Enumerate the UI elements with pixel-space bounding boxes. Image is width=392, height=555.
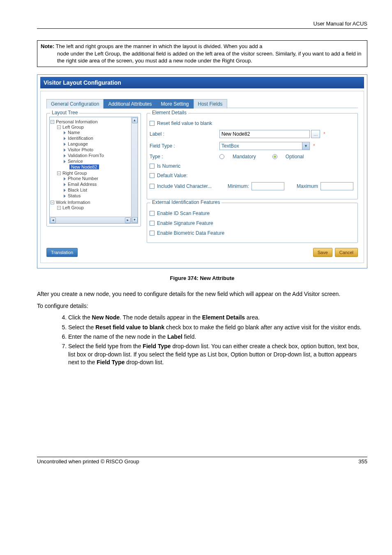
label-label: Label : — [150, 131, 164, 137]
enable-signature-label: Enable Signature Feature — [157, 220, 213, 226]
note-label: Note: — [41, 43, 54, 49]
tree-node-black-list[interactable]: Black List — [64, 187, 136, 193]
fieldtype-select[interactable]: TextBox ▼ — [219, 142, 310, 150]
isnumeric-checkbox[interactable] — [150, 164, 154, 169]
tree-node-status[interactable]: Status — [64, 193, 136, 199]
tree-node-newnode82[interactable]: New Node82 — [64, 164, 136, 170]
includevalid-checkbox[interactable] — [150, 184, 154, 189]
tab-host-fields[interactable]: Host Fields — [194, 99, 227, 109]
defaultvalue-label: Default Value: — [157, 173, 188, 178]
step-6: Enter the name of the new node in the La… — [68, 333, 367, 341]
steps-list: Click the New Node. The node details app… — [68, 314, 367, 366]
enable-idscan-label: Enable ID Scan Feature — [157, 210, 210, 216]
dialog-body: General Configuration Additional Attribu… — [40, 91, 364, 263]
tree-node-validation-fromto[interactable]: Validation FromTo — [64, 153, 136, 158]
reset-field-checkbox[interactable] — [150, 121, 154, 126]
reset-field-label: Reset field value to blank — [157, 120, 212, 126]
isnumeric-label: Is Numeric — [157, 163, 180, 169]
enable-biometric-label: Enable Biometric Data Feature — [157, 230, 224, 236]
tab-spacer — [227, 108, 358, 108]
footer-left: Uncontrolled when printed © RISCO Group — [37, 458, 139, 465]
tree-node-service[interactable]: Service — [64, 158, 136, 164]
tree-node-identification[interactable]: Identification — [64, 135, 136, 141]
step-7: Select the field type from the Field Typ… — [68, 342, 367, 366]
tree-node-left-group[interactable]: −Left Group Name Identification Language… — [57, 124, 136, 170]
includevalid-label: Include Valid Character... — [157, 183, 212, 189]
maximum-label: Maximum — [297, 183, 318, 189]
tab-general[interactable]: General Configuration — [46, 99, 104, 109]
type-optional-option[interactable]: Optional — [272, 154, 312, 160]
tree-node-visitor-photo[interactable]: Visitor Photo — [64, 147, 136, 153]
tab-additional-attributes[interactable]: Additional Attributes — [104, 99, 156, 109]
minimum-label: Minimum: — [228, 183, 249, 189]
element-details-legend: Element Details — [150, 110, 188, 116]
scroll-up-icon[interactable]: ▲ — [132, 118, 138, 123]
enable-idscan-checkbox[interactable] — [150, 211, 154, 216]
translation-button[interactable]: Translation — [46, 248, 78, 257]
enable-biometric-checkbox[interactable] — [150, 231, 154, 236]
footer-page-number: 355 — [358, 458, 367, 465]
body-para-1: After you create a new node, you need to… — [37, 290, 367, 298]
cancel-button[interactable]: Cancel — [335, 248, 358, 257]
label-input[interactable] — [219, 130, 310, 138]
maximum-input[interactable] — [321, 182, 353, 190]
fieldtype-value: TextBox — [220, 142, 302, 150]
page-header-right: User Manual for ACUS — [37, 21, 367, 29]
type-label: Type : — [150, 154, 163, 160]
tree-horizontal-scrollbar[interactable]: ◄ ► — [50, 217, 131, 223]
tree-node-personal-info[interactable]: −Personal Information −Left Group Name I… — [51, 119, 136, 199]
required-star-icon-2: * — [313, 143, 315, 149]
note-text-first: The left and right groups are the manner… — [54, 43, 262, 49]
external-identification-fieldset: External Identification Features Enable … — [147, 203, 358, 243]
tabs-row: General Configuration Additional Attribu… — [46, 99, 358, 108]
figure-caption: Figure 374: New Attribute — [37, 275, 367, 281]
minimum-input[interactable] — [251, 182, 284, 190]
tree-node-phone-number[interactable]: Phone Number — [64, 176, 136, 181]
screenshot-panel: Visitor Layout Configuration General Con… — [37, 74, 367, 268]
body-para-2: To configure details: — [37, 302, 367, 310]
scroll-down-icon[interactable]: ▼ — [132, 217, 138, 223]
tree-node-language[interactable]: Language — [64, 141, 136, 147]
enable-signature-checkbox[interactable] — [150, 221, 154, 226]
tree-node-email-address[interactable]: Email Address — [64, 181, 136, 187]
layout-tree-box[interactable]: −Personal Information −Left Group Name I… — [49, 117, 138, 224]
required-star-icon: * — [323, 131, 325, 137]
defaultvalue-checkbox[interactable] — [150, 173, 154, 178]
step-4: Click the New Node. The node details app… — [68, 314, 367, 321]
fieldtype-label: Field Type : — [150, 143, 175, 149]
tab-more-setting[interactable]: More Setting — [156, 99, 193, 109]
step-5: Select the Reset field value to blank ch… — [68, 324, 367, 331]
scroll-right-icon[interactable]: ► — [125, 217, 131, 223]
note-box: Note: The left and right groups are the … — [37, 40, 367, 67]
radio-optional[interactable] — [272, 154, 277, 159]
label-more-button[interactable]: … — [311, 130, 320, 138]
external-identification-legend: External Identification Features — [150, 199, 221, 205]
tree-node-work-information[interactable]: −Work Information −Left Group — [51, 199, 136, 211]
save-button[interactable]: Save — [313, 248, 332, 257]
type-mandatory-option[interactable]: Mandatory — [219, 154, 264, 160]
tree-vertical-scrollbar[interactable]: ▲ ▼ — [131, 117, 138, 223]
tree-node-left-group-2[interactable]: −Left Group — [57, 205, 136, 210]
element-details-fieldset: Element Details Reset field value to bla… — [147, 113, 358, 199]
radio-mandatory[interactable] — [219, 154, 224, 159]
note-text-rest: node under the Left Group, the additiona… — [41, 50, 364, 65]
dialog-title: Visitor Layout Configuration — [40, 77, 364, 88]
scroll-left-icon[interactable]: ◄ — [50, 217, 56, 223]
layout-tree-fieldset: Layout Tree −Personal Information −Left … — [46, 113, 141, 227]
tree-node-name[interactable]: Name — [64, 130, 136, 135]
tree-node-right-group[interactable]: −Right Group Phone Number Email Address … — [57, 170, 136, 199]
layout-tree-legend: Layout Tree — [50, 110, 79, 116]
chevron-down-icon: ▼ — [302, 142, 309, 150]
